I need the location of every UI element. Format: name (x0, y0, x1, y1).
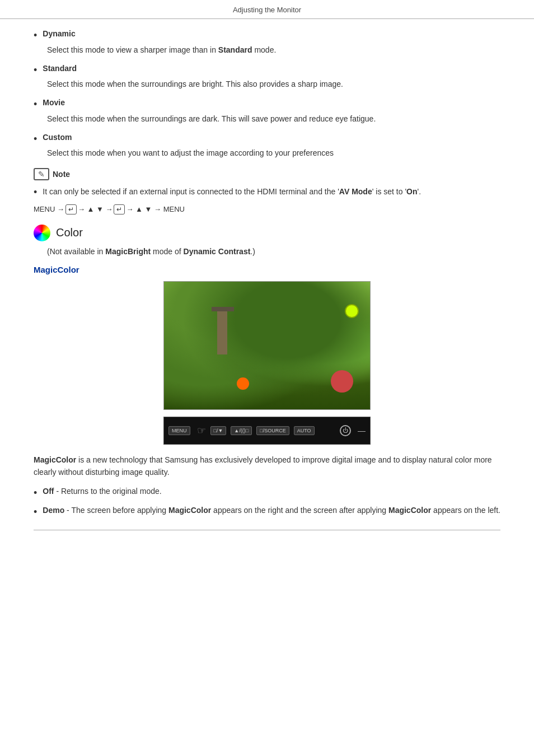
not-available-text: (Not available in MagicBright mode of Dy… (47, 247, 500, 256)
nav-menu-text: MENU → (34, 205, 64, 213)
bullet-label-movie: Movie (43, 98, 65, 107)
bullet-dot-standard: • (34, 64, 37, 77)
monitor-dash: — (358, 426, 366, 435)
demo-bullet-text: Demo - The screen before applying MagicC… (43, 506, 500, 515)
monitor-box-btn[interactable]: □/▼ (210, 426, 227, 435)
page-header: Adjusting the Monitor (0, 0, 534, 19)
color-icon (34, 225, 50, 241)
page-footer (34, 530, 500, 534)
demo-image (163, 281, 371, 410)
bullet-movie: • Movie Select this mode when the surrou… (34, 98, 500, 125)
bullet-dot-movie: • (34, 98, 37, 111)
monitor-power-btn[interactable]: ⏻ (340, 425, 351, 436)
menu-navigation: MENU → ↵ → ▲ ▼ → ↵ → ▲ ▼ → MENU (34, 204, 500, 214)
magiccolor-description: MagicColor is a new technology that Sams… (34, 454, 500, 479)
main-content: • Dynamic Select this mode to view a sha… (0, 29, 534, 550)
nav-box-2: ↵ (114, 204, 125, 214)
bullet-desc-standard: Select this mode when the surroundings a… (47, 78, 500, 90)
pagoda-top (212, 307, 234, 311)
bullet-desc-custom: Select this mode when you want to adjust… (47, 147, 500, 159)
bullet-label-custom: Custom (43, 133, 72, 142)
bullet-label-standard: Standard (43, 64, 77, 73)
monitor-menu-btn[interactable]: MENU (168, 426, 190, 435)
nav-box-1: ↵ (65, 204, 77, 214)
off-bullet-text: Off - Returns to the original mode. (43, 487, 161, 496)
note-box: Note (34, 168, 500, 180)
note-text: It can only be selected if an external i… (43, 186, 421, 198)
bullet-dot-custom: • (34, 133, 37, 146)
monitor-triangle-btn[interactable]: ▲/(()□ (231, 426, 252, 435)
finger-pointer-icon: ☞ (197, 424, 206, 437)
monitor-source-btn[interactable]: □/SOURCE (256, 426, 289, 435)
bullet-dot-dynamic: • (34, 29, 37, 42)
demo-bullet-dot: • (34, 506, 37, 519)
bullet-standard: • Standard Select this mode when the sur… (34, 64, 500, 91)
magiccolor-title: MagicColor (34, 265, 500, 274)
bullet-list: • Dynamic Select this mode to view a sha… (34, 29, 500, 159)
bullet-label-dynamic: Dynamic (43, 29, 75, 38)
nav-arrow-2: → ▲ ▼ → MENU (126, 205, 184, 213)
bullet-custom: • Custom Select this mode when you want … (34, 133, 500, 160)
note-content: • It can only be selected if an external… (34, 186, 500, 199)
note-bullet-dot: • (34, 186, 37, 199)
demo-tree-bg (164, 282, 370, 409)
note-icon (34, 168, 49, 180)
pagoda (217, 310, 227, 354)
orange-ball (237, 377, 249, 390)
magiccolor-bullet-list: • Off - Returns to the original mode. • … (34, 487, 500, 519)
nav-arrow-1: → ▲ ▼ → (78, 205, 113, 213)
color-section-title: Color (56, 226, 83, 239)
magiccolor-bullet-demo: • Demo - The screen before applying Magi… (34, 506, 500, 519)
bullet-dynamic: • Dynamic Select this mode to view a sha… (34, 29, 500, 56)
demo-image-container: MENU ☞ □/▼ ▲/(()□ □/SOURCE AUTO ⏻ — (34, 281, 500, 445)
monitor-auto-btn[interactable]: AUTO (294, 426, 315, 435)
green-badge (345, 304, 359, 318)
monitor-bar: MENU ☞ □/▼ ▲/(()□ □/SOURCE AUTO ⏻ — (163, 417, 371, 445)
bullet-desc-dynamic: Select this mode to view a sharper image… (47, 44, 500, 56)
note-label: Note (53, 170, 70, 179)
color-section-header: Color (34, 225, 500, 241)
bullet-desc-movie: Select this mode when the surroundings a… (47, 113, 500, 125)
page-title: Adjusting the Monitor (233, 6, 301, 14)
magiccolor-bullet-off: • Off - Returns to the original mode. (34, 487, 500, 500)
off-bullet-dot: • (34, 487, 37, 500)
